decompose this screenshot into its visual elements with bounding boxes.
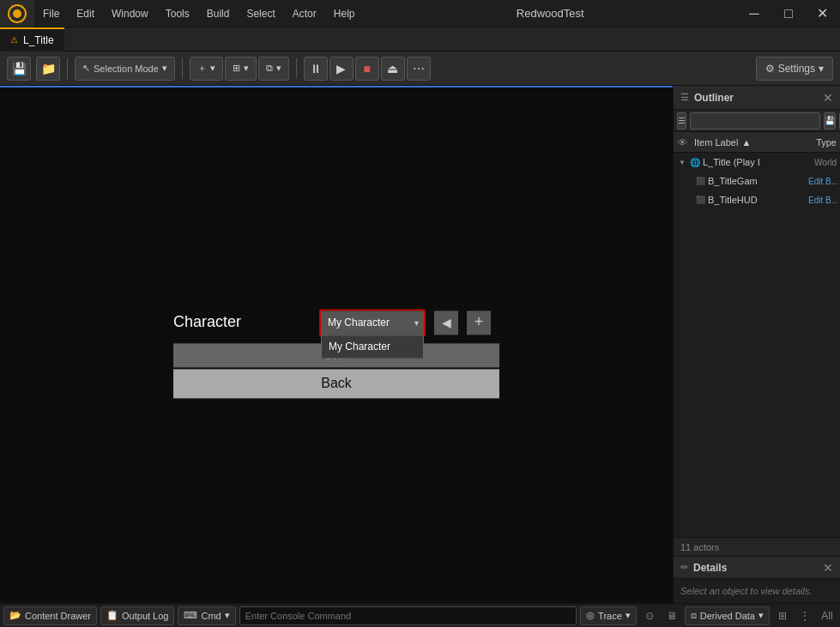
selection-mode-button[interactable]: ↖ Selection Mode ▾ xyxy=(75,57,175,81)
tree-child-link-1[interactable]: Edit B... xyxy=(808,196,840,205)
settings-button[interactable]: ⚙ Settings ▾ xyxy=(756,57,833,81)
viewport: Character My Character ▾ My Character ◀ … xyxy=(0,86,673,603)
outliner-columns: 👁 Item Label ▲ Type xyxy=(674,132,840,153)
app-logo xyxy=(0,0,34,27)
add-character-button[interactable]: + xyxy=(467,310,491,335)
svg-point-1 xyxy=(13,9,21,18)
derived-data-button[interactable]: ⧈ Derived Data ▾ xyxy=(685,606,770,625)
tab-label: L_Title xyxy=(23,34,54,46)
menu-file[interactable]: File xyxy=(34,0,68,27)
add-dropdown-icon: ▾ xyxy=(210,63,215,74)
prev-button[interactable]: ◀ xyxy=(434,310,458,335)
build-options-button[interactable]: ⧉ ▾ xyxy=(258,57,289,81)
close-button[interactable]: ✕ xyxy=(806,0,840,27)
blueprint-icon-1: ⬛ xyxy=(694,194,706,206)
add-object-button[interactable]: ＋ ▾ xyxy=(190,57,223,81)
tree-child-item-1[interactable]: ⬛ B_TitleHUD Edit B... xyxy=(674,190,840,209)
actors-count: 11 actors xyxy=(674,537,840,556)
back-button[interactable]: Back xyxy=(173,369,499,398)
bottom-chart-icon[interactable]: ⊞ xyxy=(773,606,792,625)
output-log-button[interactable]: 📋 Output Log xyxy=(100,606,174,625)
cmd-chevron-icon: ▾ xyxy=(225,610,230,621)
stop-button[interactable]: ■ xyxy=(355,57,379,81)
tree-expand-icon: ▼ xyxy=(677,157,687,167)
cursor-icon: ↖ xyxy=(82,63,90,74)
tree-child-label-1: B_TitleHUD xyxy=(708,195,807,205)
content-drawer-label: Content Drawer xyxy=(25,611,91,621)
menu-select[interactable]: Select xyxy=(238,0,283,27)
menu-actor[interactable]: Actor xyxy=(284,0,325,27)
tab-warning-icon: ⚠ xyxy=(10,35,18,45)
active-tab[interactable]: ⚠ L_Title xyxy=(0,27,64,51)
menu-tools[interactable]: Tools xyxy=(157,0,198,27)
character-row: Character My Character ▾ My Character ◀ … xyxy=(173,309,499,336)
tree-child-link-0[interactable]: Edit B... xyxy=(808,177,840,186)
build-icon: ⧉ xyxy=(266,63,273,74)
tree-root-label: L_Title (Play I xyxy=(703,157,795,167)
trace-chevron-icon: ▾ xyxy=(625,610,631,621)
outliner-close-button[interactable]: ✕ xyxy=(823,91,833,105)
cmd-button[interactable]: ⌨ Cmd ▾ xyxy=(178,606,235,625)
bottombar: 📂 Content Drawer 📋 Output Log ⌨ Cmd ▾ ◎ … xyxy=(0,603,840,627)
type-column-header: Type xyxy=(797,137,840,148)
sort-icon: ▲ xyxy=(741,137,751,148)
main-layout: Character My Character ▾ My Character ◀ … xyxy=(0,86,840,603)
content-drawer-button[interactable]: 📂 Content Drawer xyxy=(3,606,97,625)
dropdown-popup-item[interactable]: My Character xyxy=(322,335,423,358)
tree-root-item[interactable]: ▼ 🌐 L_Title (Play I World xyxy=(674,153,840,172)
item-label-column-header[interactable]: Item Label ▲ xyxy=(691,137,797,148)
tree-child-item-0[interactable]: ⬛ B_TitleGam Edit B... xyxy=(674,172,840,190)
console-input[interactable] xyxy=(239,606,577,625)
outliner-save-button[interactable]: 💾 xyxy=(824,112,836,130)
build-dropdown-icon: ▾ xyxy=(276,63,281,74)
eject-button[interactable]: ⏏ xyxy=(381,57,405,81)
details-header: ✏ Details ✕ xyxy=(674,557,840,579)
dropdown-popup: My Character xyxy=(321,335,424,359)
details-empty-message: Select an object to view details. xyxy=(674,579,840,603)
derived-chevron-icon: ▾ xyxy=(758,610,764,621)
tree-root-type: World xyxy=(797,158,840,167)
item-label-text: Item Label xyxy=(694,137,738,148)
toolbar-separator-1 xyxy=(67,58,68,79)
menu-help[interactable]: Help xyxy=(325,0,364,27)
details-title: Details xyxy=(693,562,818,574)
bottom-more-icon[interactable]: ⋮ xyxy=(795,606,814,625)
trace-button[interactable]: ◎ Trace ▾ xyxy=(580,606,637,625)
maximize-button[interactable]: □ xyxy=(771,0,806,27)
output-log-label: Output Log xyxy=(122,611,168,621)
bottom-all-icon[interactable]: All xyxy=(818,606,837,625)
menu-window[interactable]: Window xyxy=(103,0,157,27)
menu-edit[interactable]: Edit xyxy=(68,0,103,27)
outliner-toolbar: ☰ 💾 ⋯ xyxy=(674,110,840,132)
character-dropdown[interactable]: My Character xyxy=(321,310,424,335)
bottom-icon-2[interactable]: 🖥 xyxy=(662,606,681,625)
blueprint-icon-0: ⬛ xyxy=(694,175,706,187)
outliner-filter-button[interactable]: ☰ xyxy=(677,112,686,130)
save-button[interactable]: 💾 xyxy=(7,57,31,81)
menu-bar: File Edit Window Tools Build Select Acto… xyxy=(34,0,363,27)
pause-button[interactable]: ⏸ xyxy=(304,57,328,81)
log-icon: 📋 xyxy=(106,610,118,621)
visibility-column-header: 👁 xyxy=(674,137,691,148)
play-options-button[interactable]: ⋯ xyxy=(407,57,431,81)
app-title: RedwoodTest xyxy=(517,7,584,20)
outliner-search-input[interactable] xyxy=(690,112,820,130)
menu-build[interactable]: Build xyxy=(198,0,239,27)
toolbar-separator-2 xyxy=(182,58,183,79)
snap-button[interactable]: ⊞ ▾ xyxy=(225,57,257,81)
titlebar-left: File Edit Window Tools Build Select Acto… xyxy=(0,0,363,27)
window-controls: ─ □ ✕ xyxy=(737,0,840,27)
character-label: Character xyxy=(173,313,311,331)
details-panel: ✏ Details ✕ Select an object to view det… xyxy=(674,556,840,603)
toolbar-right: ⚙ Settings ▾ xyxy=(756,57,833,81)
open-folder-button[interactable]: 📁 xyxy=(36,57,60,81)
play-button[interactable]: ▶ xyxy=(329,57,354,81)
pencil-icon: ✏ xyxy=(680,562,688,573)
bottom-right: ◎ Trace ▾ ⊙ 🖥 ⧈ Derived Data ▾ ⊞ ⋮ All xyxy=(580,606,837,625)
plus-icon: ＋ xyxy=(197,62,207,75)
outliner-title: Outliner xyxy=(694,92,818,104)
minimize-button[interactable]: ─ xyxy=(737,0,771,27)
bottom-icon-1[interactable]: ⊙ xyxy=(640,606,659,625)
cmd-label: Cmd xyxy=(201,611,221,621)
details-close-button[interactable]: ✕ xyxy=(823,561,833,575)
